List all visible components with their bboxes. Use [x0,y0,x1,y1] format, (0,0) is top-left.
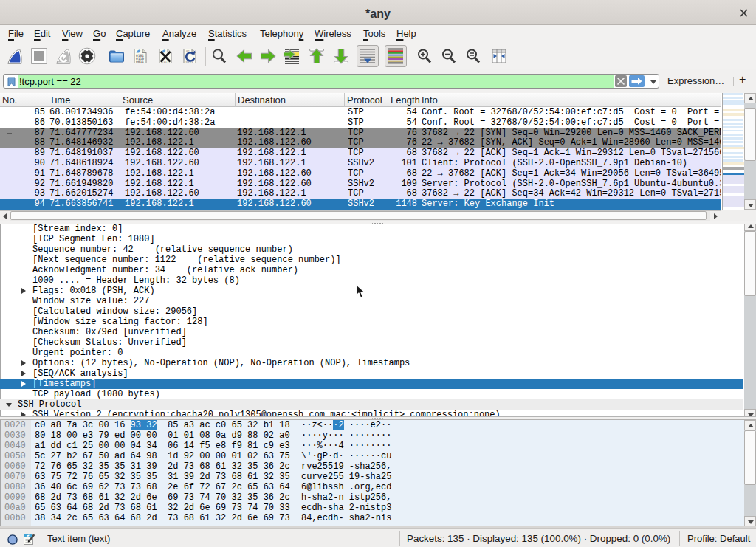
svg-text:0011: 0011 [136,60,144,63]
